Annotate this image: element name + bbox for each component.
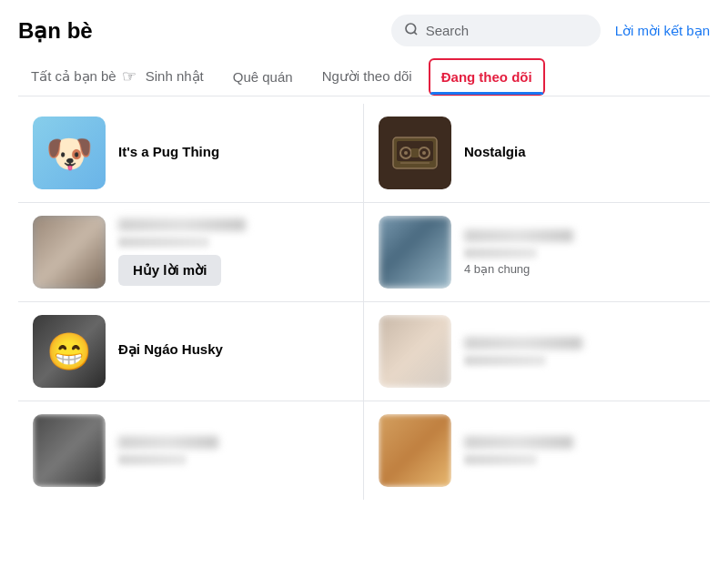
svg-point-0: [406, 24, 416, 34]
friend-card-blurred4[interactable]: [18, 401, 364, 500]
friend-name-nostalgia: Nostalgia: [464, 144, 695, 159]
tab-followers[interactable]: Người theo dõi: [309, 57, 425, 96]
friend-name-blurred1: [118, 218, 246, 231]
header-right: Search Lời mời kết bạn: [391, 15, 710, 46]
friend-name-blurred4: [118, 436, 218, 449]
avatar-blurred2: [379, 216, 451, 289]
friend-name-blurred3: [464, 337, 582, 350]
friend-sub-blurred5: [464, 454, 537, 465]
friend-card-blurred2[interactable]: 4 bạn chung: [364, 203, 710, 302]
tabs-container: Tất cả bạn bè Sinh nhật Quê quán Người t…: [18, 57, 710, 96]
friend-info-blurred5: [464, 436, 695, 465]
friend-info-blurred2: 4 bạn chung: [464, 229, 695, 276]
friend-sub-blurred2: [464, 248, 537, 259]
svg-point-7: [422, 151, 426, 155]
search-placeholder: Search: [426, 23, 470, 38]
friend-sub-blurred3: [464, 355, 546, 366]
avatar-blurred4: [33, 414, 106, 487]
tab-birthday[interactable]: Sinh nhật: [133, 57, 217, 96]
svg-line-1: [414, 32, 417, 35]
friend-card-pug[interactable]: 🐶 It's a Pug Thing: [18, 104, 364, 203]
friend-card-blurred3[interactable]: [364, 302, 710, 401]
friend-info-blurred4: [118, 436, 349, 465]
avatar-husky: 😁: [33, 315, 106, 388]
page-title: Bạn bè: [18, 18, 93, 44]
mutual-friends-blurred2: 4 bạn chung: [464, 262, 695, 276]
friend-info-blurred3: [464, 337, 695, 366]
friend-card-blurred5[interactable]: [364, 401, 710, 500]
avatar-blurred1: [33, 216, 106, 289]
friend-info-husky: Đại Ngáo Husky: [118, 341, 349, 361]
friend-name-pug: It's a Pug Thing: [118, 144, 349, 159]
friend-info-nostalgia: Nostalgia: [464, 144, 695, 163]
friend-sub-blurred4: [118, 454, 187, 465]
svg-point-5: [404, 151, 408, 155]
friend-sub-blurred1: [118, 237, 209, 248]
cancel-invite-button[interactable]: Hủy lời mời: [118, 255, 221, 286]
svg-rect-8: [411, 148, 419, 157]
tab-following[interactable]: Đang theo dõi: [429, 58, 545, 96]
tab-hometown[interactable]: Quê quán: [220, 58, 306, 96]
avatar-blurred5: [379, 414, 451, 487]
friends-grid: 🐶 It's a Pug Thing Nosta: [18, 104, 710, 500]
page-container: Bạn bè Search Lời mời kết bạn Tất cả bạn…: [0, 0, 728, 514]
friend-card-husky[interactable]: 😁 Đại Ngáo Husky: [18, 302, 364, 401]
friend-info-pug: It's a Pug Thing: [118, 144, 349, 163]
search-box[interactable]: Search: [391, 15, 601, 46]
header: Bạn bè Search Lời mời kết bạn: [18, 15, 710, 46]
friend-request-link[interactable]: Lời mời kết bạn: [615, 23, 710, 39]
friend-name-blurred5: [464, 436, 573, 449]
friend-name-husky: Đại Ngáo Husky: [118, 341, 349, 358]
avatar-nostalgia: [379, 117, 451, 189]
search-icon: [404, 22, 419, 39]
avatar-blurred3: [379, 315, 451, 388]
avatar-pug: 🐶: [33, 117, 106, 189]
friend-card-nostalgia[interactable]: Nostalgia: [364, 104, 710, 203]
friend-name-blurred2: [464, 229, 573, 242]
tab-all-friends[interactable]: Tất cả bạn bè: [18, 57, 129, 96]
friend-info-blurred1: Hủy lời mời: [118, 218, 349, 286]
friend-card-blurred1[interactable]: Hủy lời mời: [18, 203, 364, 302]
